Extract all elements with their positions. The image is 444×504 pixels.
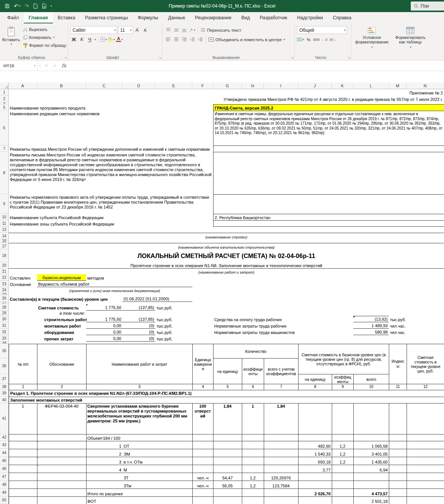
row-header-31[interactable]: 31 <box>0 322 9 329</box>
cell-M30[interactable]: тыс.руб. <box>389 316 444 322</box>
cell-I47[interactable]: 120,26976 <box>264 473 298 481</box>
ribbon-tab-review[interactable]: Рецензирование <box>190 12 237 23</box>
new-document-button[interactable] <box>33 3 38 9</box>
row-header-17[interactable]: 17 <box>0 243 9 249</box>
borders-button[interactable]: ▾ <box>100 36 107 43</box>
cell-A8[interactable]: Реквизиты письма Минстроя России об инде… <box>9 152 213 194</box>
grid-cell-F43[interactable] <box>192 441 213 449</box>
cell-D26[interactable]: 01.06.2022 (01.01.2000) <box>122 295 192 302</box>
grid-cell-M44[interactable] <box>389 449 407 457</box>
save-button[interactable] <box>5 3 10 9</box>
grid-cell-N47[interactable] <box>407 473 444 481</box>
grid-cell-A44[interactable] <box>9 449 37 457</box>
row-header-26[interactable]: 26 <box>0 295 9 302</box>
cell-E31[interactable]: тыс.руб. <box>155 322 192 329</box>
row-header-14[interactable]: 14 <box>0 233 9 239</box>
row-header-5[interactable]: 5 <box>0 104 9 111</box>
format-as-table-button[interactable]: Форматировать как таблицу ▾ <box>392 25 429 49</box>
cell-L31[interactable]: 1 489,93 <box>353 322 389 329</box>
column-header-L[interactable]: L <box>353 82 389 89</box>
cell-B28[interactable]: Сметная стоимость <box>37 304 86 311</box>
align-top-button[interactable] <box>165 26 172 34</box>
cell-L45[interactable]: 1 435,60 <box>353 457 389 465</box>
grid-cell-N45[interactable] <box>407 457 444 465</box>
ribbon-tab-data[interactable]: Данные <box>163 12 190 23</box>
cell-F47[interactable]: чел.-ч <box>192 473 213 481</box>
insert-function-icon[interactable]: fx <box>59 60 69 71</box>
ribbon-tab-help[interactable]: Справка <box>328 12 356 23</box>
cell-C46[interactable]: 4 <box>86 465 122 473</box>
cell-C2[interactable]: Утверждено приказом Минстроя РФ № 421/пр… <box>86 96 444 102</box>
cell-L50[interactable]: 2 501,18 <box>353 496 389 504</box>
column-header-H[interactable]: H <box>242 82 264 89</box>
grid-cell-M47[interactable] <box>389 473 407 481</box>
row-header-10[interactable]: 10 <box>0 214 9 220</box>
font-family-select[interactable]: Calibri▾ <box>70 26 117 34</box>
cell-H41[interactable]: 1 <box>242 403 264 434</box>
row-header-6[interactable]: 6 <box>0 111 9 145</box>
cell-K43[interactable]: 1,2 <box>332 441 353 449</box>
percent-style-button[interactable]: % <box>305 36 312 43</box>
row-header-50[interactable]: 50 <box>0 496 9 504</box>
font-dialog-launcher[interactable]: ↘ <box>159 56 161 59</box>
cell-B24[interactable]: (проектная и (или) иная техническая доку… <box>37 287 192 293</box>
column-header-C[interactable]: C <box>86 82 122 89</box>
cell-D31[interactable]: (0) <box>122 322 155 329</box>
grid-cell-L48[interactable] <box>353 481 389 489</box>
align-center-button[interactable] <box>173 36 180 43</box>
grid-cell-N46[interactable] <box>407 465 444 473</box>
cell-F41[interactable]: 100 отверстий <box>192 403 213 434</box>
align-left-button[interactable] <box>165 36 172 43</box>
grid-cell-K50[interactable] <box>332 496 353 504</box>
grid-cell-M41[interactable] <box>389 403 407 434</box>
grid-cell-G42[interactable] <box>213 434 242 441</box>
row-header-13[interactable]: 13 <box>0 227 9 233</box>
cell-G35[interactable]: Количество <box>213 344 298 358</box>
cell-N38[interactable]: 12 <box>407 384 444 390</box>
cell-C31[interactable]: 0,00 <box>86 322 122 329</box>
clipboard-dialog-launcher[interactable]: ↘ <box>64 56 67 59</box>
ribbon-tab-home[interactable]: Главная <box>24 12 53 23</box>
cell-H48[interactable]: 1,2 <box>242 481 264 489</box>
column-header-N[interactable]: N <box>407 82 444 89</box>
row-header-23[interactable]: 23 <box>0 281 9 287</box>
conditional-formatting-button[interactable]: Условное форматирование ▾ <box>354 25 390 49</box>
grid-cell-M42[interactable] <box>389 434 407 441</box>
font-color-button[interactable]: А▾ <box>116 36 123 43</box>
grid-cell-F49[interactable] <box>192 489 213 496</box>
row-header-33[interactable]: 33 <box>0 335 9 342</box>
cell-D44[interactable]: ЭМ <box>122 449 192 457</box>
row-header-43[interactable]: 43 <box>0 441 9 449</box>
number-format-select[interactable]: Общий▾ <box>297 26 347 34</box>
row-header-49[interactable]: 49 <box>0 489 9 496</box>
cell-C49[interactable]: Итого по расценке <box>86 489 192 496</box>
italic-button[interactable]: К <box>78 36 85 43</box>
row-header-44[interactable]: 44 <box>0 449 9 457</box>
grid-cell-F45[interactable] <box>192 457 213 465</box>
grid-cell-N44[interactable] <box>407 449 444 457</box>
fill-color-button[interactable]: ▾ <box>108 36 115 43</box>
cell-G31[interactable]: Нормативные затраты труда рабочих <box>213 322 353 329</box>
cell-K37[interactable]: коэффициенты <box>332 374 353 384</box>
grid-cell-B49[interactable] <box>37 489 86 496</box>
ribbon-tab-insert[interactable]: Вставка <box>53 12 80 23</box>
cell-G5[interactable]: ГРАНД-Смета, версия 2025.2 <box>213 104 444 111</box>
grid-cell-M48[interactable] <box>389 481 407 489</box>
cell-L32[interactable]: 580,98 <box>353 329 389 335</box>
cell-C45[interactable]: 3 <box>86 457 122 465</box>
cell-J46[interactable]: 3,77 <box>298 465 332 473</box>
ribbon-tab-formulas[interactable]: Формулы <box>133 12 163 23</box>
cell-C22[interactable]: методом <box>86 274 192 281</box>
cell-J35[interactable]: Сметная стоимость в базисном уровне цен … <box>298 344 389 374</box>
format-painter-button[interactable]: Формат по образцу <box>22 41 67 49</box>
cell-D32[interactable]: (0) <box>122 329 155 335</box>
row-header-20[interactable]: 20 <box>0 262 9 269</box>
cell-A7[interactable]: Реквизиты приказа Минстроя России об утв… <box>9 145 213 152</box>
ribbon-tab-page-layout[interactable]: Разметка страницы <box>80 12 133 23</box>
grid-cell-F42[interactable] <box>192 434 213 441</box>
cell-E32[interactable]: тыс.руб. <box>155 329 192 335</box>
cell-M35[interactable]: Индексы <box>389 344 407 384</box>
cell-B33[interactable]: прочих затрат <box>37 335 86 342</box>
grid-cell-J47[interactable] <box>298 473 332 481</box>
underline-button[interactable]: Ч <box>86 36 93 43</box>
